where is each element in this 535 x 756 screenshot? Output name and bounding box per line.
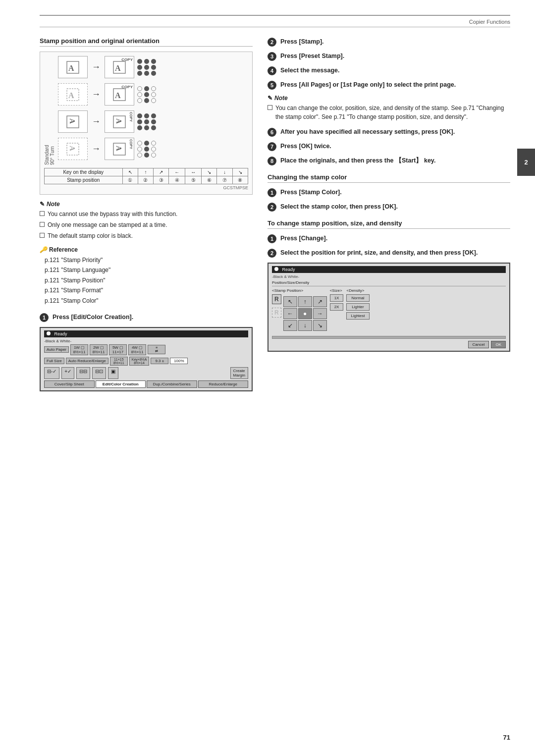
pos-btn-bl[interactable]: ↙: [283, 320, 297, 331]
tab-edit-color[interactable]: Edit/Color Creation: [96, 380, 146, 388]
ctrl-2[interactable]: +✓: [61, 367, 74, 379]
label-standard: Standard: [44, 56, 50, 165]
stamp-row-1: A → A COPY: [58, 56, 248, 78]
note-text-right-1: You can change the color, position, size…: [275, 104, 510, 121]
step-right-3: 3 Press [Preset Stamp].: [268, 52, 510, 61]
tab-cover-slip[interactable]: Cover/Slip Sheet: [44, 380, 95, 388]
ref-item-3: p.121 "Stamp Position": [45, 275, 253, 285]
letter-indicators: R​ R​: [272, 294, 281, 333]
step-text-r4: Select the message.: [280, 66, 340, 75]
dot-grid-4: [137, 141, 157, 158]
legend-pos-1: ①: [122, 176, 138, 184]
paper-4uw[interactable]: 4W ▢8½×11: [128, 344, 146, 355]
checkbox-1: [40, 211, 45, 216]
step-num-d2: 2: [268, 249, 276, 258]
stamp-cell-4b: A COPY: [105, 138, 134, 160]
ref-item-2: p.121 "Stamp Language": [45, 265, 253, 275]
step-color-1: 1 Press [Stamp Color].: [268, 188, 510, 197]
copier-screen-left: Ready -Black & White- Auto Paper 1W ▢8½×…: [40, 327, 253, 391]
ctrl-4[interactable]: ⊟⊡: [92, 367, 106, 379]
step-num-r3: 3: [268, 52, 276, 61]
note-text-2: Only one message can be stamped at a tim…: [48, 220, 167, 229]
stamp-legend: Key on the display ↖ ↑ ↗ ← ↔ ↘ ↓ ↘ Stamp…: [44, 168, 248, 190]
pos-btn-tr[interactable]: ↗: [313, 296, 327, 307]
cancel-button[interactable]: Cancel: [468, 341, 489, 348]
paper-2uw[interactable]: 2W ▢8½×11: [90, 344, 107, 355]
stamp-diagram: Standard 90° Turn A → A COPY: [40, 52, 253, 195]
pos-btn-tc[interactable]: ↑: [298, 296, 312, 307]
size-keypad[interactable]: Key×8½A8½×14: [129, 357, 150, 366]
density-normal-btn[interactable]: Normal: [346, 294, 369, 302]
density-lightest-btn[interactable]: Lightest: [346, 312, 369, 320]
stamp-rows: A → A COPY: [58, 56, 248, 165]
step-num-r5: 5: [268, 81, 276, 90]
dot-grid-1: [137, 59, 157, 76]
legend-pos-6: ⑥: [202, 176, 217, 184]
ready-icon: [274, 267, 278, 271]
ready-screen-header: Ready: [272, 266, 506, 273]
tab-reduce-enlarge[interactable]: Reduce/Enlarge: [198, 380, 249, 388]
left-column: Stamp position and original orientation …: [40, 37, 253, 397]
create-margin-btn[interactable]: CreateMargin: [230, 367, 248, 379]
legend-key-2: ↑: [138, 168, 153, 176]
size-1x-btn[interactable]: 1X: [330, 294, 344, 302]
hundred-pct[interactable]: 100%: [170, 358, 188, 364]
step-num-c1: 1: [268, 188, 276, 197]
percent[interactable]: 9.3 ±: [151, 358, 168, 364]
pos-btn-mc[interactable]: ●: [298, 308, 312, 319]
step-density-1: 1 Press [Change].: [268, 234, 510, 243]
pos-btn-bc[interactable]: ↓: [298, 320, 312, 331]
svg-text:A: A: [115, 118, 123, 124]
paper-extra[interactable]: ≡⇄: [148, 345, 165, 354]
letter-r-bot: R​: [272, 308, 281, 318]
svg-text:A: A: [115, 146, 123, 151]
ready-screen-density: Ready -Black & White- Position/Size/Dens…: [268, 263, 510, 352]
stamp-cell-1b: A COPY: [105, 56, 134, 78]
ok-button[interactable]: OK: [491, 341, 506, 348]
step-text-d2: Select the position for print, size, and…: [280, 248, 478, 258]
step-left-1: 1 Press [Edit/Color Creation].: [40, 313, 253, 322]
note-title-right: ✎ Note: [268, 95, 510, 102]
label-turn: 90° Turn: [50, 56, 55, 165]
pos-btn-tl[interactable]: ↖: [283, 296, 297, 307]
page-number: 71: [503, 734, 510, 741]
note-label-right: Note: [274, 95, 288, 102]
size-area: <Size> 1X 2X: [330, 288, 344, 311]
ref-box: 🔑 Reference p.121 "Stamp Priority" p.121…: [40, 246, 253, 306]
note-item-2: Only one message can be stamped at a tim…: [40, 220, 253, 229]
tab-dup-combine[interactable]: Dup./Combine/Series: [147, 380, 197, 388]
auto-reduce-btn[interactable]: Auto Reduce/Enlarge: [66, 358, 108, 364]
paper-5uw[interactable]: 5W ▢11×17: [109, 344, 127, 355]
stamp-cell-2a: A: [58, 83, 88, 106]
svg-text:A: A: [68, 91, 74, 100]
right-column: 2 Press [Stamp]. 3 Press [Preset Stamp].…: [268, 37, 510, 397]
ctrl-5[interactable]: ▣: [108, 367, 118, 379]
screen-ready-text: Ready: [54, 331, 67, 336]
paper-1uw[interactable]: 1W ▢8½×11: [70, 344, 88, 355]
section-heading-density: To change stamp position, size, and dens…: [268, 219, 510, 229]
step-text-c1: Press [Stamp Color].: [280, 188, 342, 197]
pos-btn-ml[interactable]: ←: [283, 308, 297, 319]
checkbox-r1: [268, 105, 272, 110]
full-size-btn[interactable]: Full Size: [44, 358, 64, 364]
pencil-icon-right: ✎: [268, 95, 272, 102]
ctrl-1[interactable]: ⊟-✓: [44, 367, 59, 379]
step-right-8: 8 Place the originals, and then press th…: [268, 156, 510, 165]
page-container: Copier Functions 2 Stamp position and or…: [0, 0, 535, 756]
step-num-r8: 8: [268, 157, 276, 165]
stamp-row-2: A → A COPY: [58, 83, 248, 106]
density-lighter-btn[interactable]: Lighter: [346, 303, 369, 311]
step-num-d1: 1: [268, 234, 276, 243]
stamp-position-label: <Stamp Position>: [272, 288, 327, 293]
note-item-right-1: You can change the color, position, size…: [268, 104, 510, 121]
note-text-3: The default stamp color is black.: [48, 231, 133, 240]
note-label-left: Note: [47, 201, 60, 208]
ready-subtitle: -Black & White-: [272, 274, 506, 279]
ctrl-3[interactable]: ⊟⊟: [76, 367, 90, 379]
pos-btn-br[interactable]: ↘: [313, 320, 327, 331]
size-2x-btn[interactable]: 2X: [330, 303, 344, 311]
stamp-side-labels: Standard 90° Turn: [44, 56, 55, 165]
pos-btn-mr[interactable]: →: [313, 308, 327, 319]
size-11x15[interactable]: 11×158½×11: [110, 357, 128, 366]
auto-paper-btn[interactable]: Auto Paper: [44, 346, 69, 353]
